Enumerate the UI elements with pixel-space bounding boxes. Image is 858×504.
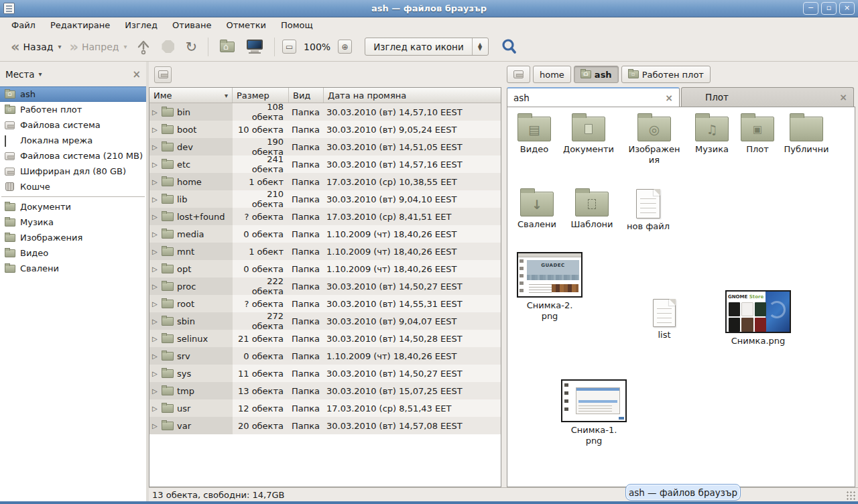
expander-icon[interactable] xyxy=(152,422,158,430)
expander-icon[interactable] xyxy=(152,126,158,133)
expander-icon[interactable] xyxy=(152,213,158,220)
chevron-down-icon[interactable]: ▾ xyxy=(39,70,42,78)
close-button[interactable]: × xyxy=(839,2,855,15)
menu-help[interactable]: Помощ xyxy=(275,19,319,32)
folder-documents[interactable]: Документи xyxy=(562,113,615,155)
back-button[interactable]: « Назад ▾ xyxy=(7,39,65,55)
sidebar-item-ash[interactable]: ⌂ ash xyxy=(0,86,146,102)
table-row[interactable]: mnt 1 обект Папка 1.10.2009 (чт) 18,40,2… xyxy=(149,243,501,260)
tab-close-icon[interactable]: × xyxy=(839,92,847,103)
folder-public[interactable]: Публични xyxy=(780,113,833,155)
expander-icon[interactable] xyxy=(152,318,158,325)
sidebar-item-documents[interactable]: Документи xyxy=(0,199,146,214)
expander-icon[interactable] xyxy=(152,265,158,273)
expander-icon[interactable] xyxy=(152,405,158,412)
sidebar-item-videos[interactable]: Видео xyxy=(0,245,146,261)
table-row[interactable]: opt 0 обекта Папка 1.10.2009 (чт) 18,40,… xyxy=(149,260,501,277)
table-row[interactable]: tmp 13 обекта Папка 30.03.2010 (вт) 15,0… xyxy=(149,382,501,399)
table-row[interactable]: selinux 21 обекта Папка 30.03.2010 (вт) … xyxy=(149,330,501,347)
expander-icon[interactable] xyxy=(152,161,158,168)
icon-view[interactable]: Видео Документи Изображения Музика Плот … xyxy=(507,107,855,487)
column-header-name[interactable]: Име ▾ xyxy=(149,88,233,103)
root-path-button[interactable] xyxy=(154,66,172,83)
breadcrumb-desktop-button[interactable]: ▫ Работен плот xyxy=(621,66,711,83)
minimize-button[interactable]: − xyxy=(803,2,818,15)
expander-icon[interactable] xyxy=(152,353,158,360)
expander-icon[interactable] xyxy=(152,178,158,186)
home-button[interactable] xyxy=(220,42,235,52)
titlebar[interactable]: ash — файлов браузър − ▫ × xyxy=(0,0,858,17)
expander-icon[interactable] xyxy=(152,335,158,342)
search-button[interactable] xyxy=(501,38,518,56)
file-shot-png[interactable]: GNOME Store Снимка.png xyxy=(723,290,793,346)
expander-icon[interactable] xyxy=(152,196,158,203)
sidebar-item-encrypted-80gb[interactable]: Шифриран дял (80 GB) xyxy=(0,164,146,179)
table-row[interactable]: sbin 272 обекта Папка 30.03.2010 (вт) 9,… xyxy=(149,312,501,330)
sidebar-mode-select[interactable]: Места xyxy=(5,69,35,80)
table-row[interactable]: lib 210 обекта Папка 30.03.2010 (вт) 9,0… xyxy=(149,190,501,208)
table-row[interactable]: proc 222 обекта Папка 30.03.2010 (вт) 14… xyxy=(149,277,501,295)
sidebar-item-network[interactable]: Локална мрежа xyxy=(0,133,146,148)
table-row[interactable]: home 1 обект Папка 17.03.2010 (ср) 10,38… xyxy=(149,173,501,190)
folder-downloads[interactable]: Свалени xyxy=(510,188,564,230)
column-header-size[interactable]: Размер xyxy=(233,88,289,103)
sidebar-item-downloads[interactable]: Свалени xyxy=(0,261,146,276)
breadcrumb-root-button[interactable] xyxy=(507,66,530,83)
expander-icon[interactable] xyxy=(152,109,158,116)
table-row[interactable]: lost+found ? обекта Папка 17.03.2010 (ср… xyxy=(149,208,501,225)
table-row[interactable]: boot 10 обекта Папка 30.03.2010 (вт) 9,0… xyxy=(149,121,501,138)
menu-go[interactable]: Отиване xyxy=(166,19,217,32)
folder-pictures[interactable]: Изображения xyxy=(627,113,681,166)
table-row[interactable]: usr 12 обекта Папка 17.03.2010 (ср) 8,51… xyxy=(149,399,501,417)
computer-button[interactable] xyxy=(247,40,263,54)
table-row[interactable]: bin 108 обекта Папка 30.03.2010 (вт) 14,… xyxy=(149,103,501,121)
sidebar-item-desktop[interactable]: ▫ Работен плот xyxy=(0,102,146,117)
sidebar-item-volume-210mb[interactable]: Файлова система (210 MB) xyxy=(0,148,146,164)
menu-file[interactable]: Файл xyxy=(5,19,42,32)
file-shot2-png[interactable]: GUADEC Снимка-2.png xyxy=(515,252,584,322)
table-row[interactable]: dev 190 обекта Папка 30.03.2010 (вт) 14,… xyxy=(149,138,501,155)
breadcrumb-home-button[interactable]: home xyxy=(533,66,571,83)
table-row[interactable]: srv 0 обекта Папка 1.10.2009 (чт) 18,40,… xyxy=(149,347,501,365)
menu-bookmarks[interactable]: Отметки xyxy=(220,19,271,32)
resize-grip[interactable] xyxy=(846,491,857,500)
sidebar-item-filesystem[interactable]: Файлова система xyxy=(0,117,146,133)
menu-view[interactable]: Изглед xyxy=(119,19,164,32)
sidebar-item-music[interactable]: Музика xyxy=(0,214,146,230)
table-row[interactable]: etc 241 обекта Папка 30.03.2010 (вт) 14,… xyxy=(149,155,501,173)
expander-icon[interactable] xyxy=(152,300,158,308)
forward-button[interactable]: » Напред ▾ xyxy=(65,39,131,55)
view-mode-select[interactable]: Изглед като икони ▲▼ xyxy=(365,38,489,56)
file-list[interactable]: list xyxy=(639,299,690,340)
reload-button[interactable]: ↻ xyxy=(185,40,197,54)
column-header-date[interactable]: Дата на промяна xyxy=(324,88,501,103)
taskbar-window-button[interactable]: ash — файлов браузър xyxy=(625,484,741,501)
folder-videos[interactable]: Видео xyxy=(507,113,561,155)
sidebar-close-icon[interactable]: × xyxy=(132,68,141,80)
expander-icon[interactable] xyxy=(152,387,158,395)
table-row[interactable]: var 20 обекта Папка 30.03.2010 (вт) 14,5… xyxy=(149,417,501,434)
expander-icon[interactable] xyxy=(152,248,158,255)
folder-desktop[interactable]: Плот xyxy=(731,113,784,155)
up-button[interactable] xyxy=(136,39,151,55)
back-history-caret-icon[interactable]: ▾ xyxy=(58,43,61,50)
zoom-out-button[interactable]: ▭ xyxy=(282,40,296,54)
menu-edit[interactable]: Редактиране xyxy=(44,19,116,32)
maximize-button[interactable]: ▫ xyxy=(821,2,837,15)
expander-icon[interactable] xyxy=(152,143,158,151)
folder-templates[interactable]: Шаблони xyxy=(565,188,619,230)
column-header-type[interactable]: Вид xyxy=(289,88,324,103)
sidebar-item-trash[interactable]: Кошче xyxy=(0,179,146,194)
zoom-in-button[interactable]: ⊕ xyxy=(338,40,352,54)
breadcrumb-ash-button[interactable]: ⌂ ash xyxy=(574,66,619,83)
table-row[interactable]: sys 11 обекта Папка 30.03.2010 (вт) 14,5… xyxy=(149,365,501,382)
expander-icon[interactable] xyxy=(152,283,158,290)
table-row[interactable]: media 0 обекта Папка 1.10.2009 (чт) 18,4… xyxy=(149,225,501,243)
sidebar-item-pictures[interactable]: Изображения xyxy=(0,230,146,245)
tab-close-icon[interactable]: × xyxy=(665,92,673,103)
expander-icon[interactable] xyxy=(152,370,158,377)
expander-icon[interactable] xyxy=(152,231,158,238)
table-row[interactable]: root ? обекта Папка 30.03.2010 (вт) 14,5… xyxy=(149,295,501,312)
forward-history-caret-icon[interactable]: ▾ xyxy=(123,43,127,50)
file-new-file[interactable]: нов файл xyxy=(621,189,675,232)
